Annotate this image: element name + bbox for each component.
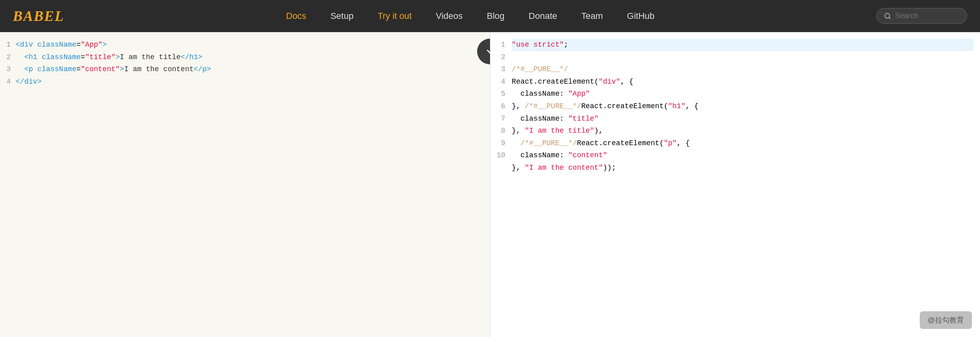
left-code-container: 1 2 3 4 <div className="App"> <h1 classN… xyxy=(0,32,490,94)
code-line-4: </div> xyxy=(16,76,484,88)
nav-item-github[interactable]: GitHub xyxy=(627,11,654,21)
line-num: 6 xyxy=(497,100,506,113)
right-code-line-6: }, /*#__PURE__*/React.createElement("h1"… xyxy=(512,100,974,113)
svg-line-1 xyxy=(889,17,890,18)
left-line-numbers: 1 2 3 4 xyxy=(0,32,16,94)
nav-item-donate[interactable]: Donate xyxy=(529,11,557,21)
code-line-2: <h1 className="title">I am the title</h1… xyxy=(16,51,484,64)
line-num: 4 xyxy=(6,76,11,88)
line-num: 1 xyxy=(6,39,11,51)
watermark: @拉勾教育 xyxy=(920,311,972,329)
nav-item-team[interactable]: Team xyxy=(581,11,603,21)
nav-link-team[interactable]: Team xyxy=(581,11,603,21)
nav-item-setup[interactable]: Setup xyxy=(330,11,354,21)
code-line-1: <div className="App"> xyxy=(16,39,484,51)
right-code-line-10: }, "I am the content")); xyxy=(512,162,974,174)
right-code-line-2 xyxy=(512,51,974,64)
right-code-line-5: className: "App" xyxy=(512,88,974,100)
right-code-line-4: React.createElement("div", { xyxy=(512,76,974,88)
line-num: 2 xyxy=(497,51,506,64)
line-num: 1 xyxy=(497,39,506,51)
line-num: 10 xyxy=(497,149,506,162)
right-line-numbers: 1 2 3 4 5 6 7 8 9 10 xyxy=(490,32,511,181)
nav-link-videos[interactable]: Videos xyxy=(436,11,463,21)
right-code-container: 1 2 3 4 5 6 7 8 9 10 "use strict"; /*#__… xyxy=(490,32,980,181)
right-panel[interactable]: 1 2 3 4 5 6 7 8 9 10 "use strict"; /*#__… xyxy=(490,32,980,337)
left-code-lines: <div className="App"> <h1 className="tit… xyxy=(16,32,490,94)
nav-item-docs[interactable]: Docs xyxy=(286,11,306,21)
right-code-lines: "use strict"; /*#__PURE__*/ React.create… xyxy=(510,32,980,181)
left-panel[interactable]: 1 2 3 4 <div className="App"> <h1 classN… xyxy=(0,32,490,337)
right-code-line-7: className: "title" xyxy=(512,113,974,125)
nav-link-tryitout[interactable]: Try it out xyxy=(377,11,412,21)
nav-item-tryitout[interactable]: Try it out xyxy=(377,11,412,21)
line-num: 3 xyxy=(497,63,506,76)
line-num: 8 xyxy=(497,125,506,137)
nav-link-donate[interactable]: Donate xyxy=(529,11,557,21)
line-num: 4 xyxy=(497,76,506,88)
search-bar[interactable] xyxy=(876,8,967,24)
nav-item-blog[interactable]: Blog xyxy=(487,11,504,21)
logo[interactable]: BABEL xyxy=(13,8,64,25)
editor-area: 1 2 3 4 <div className="App"> <h1 classN… xyxy=(0,32,980,337)
nav-link-docs[interactable]: Docs xyxy=(286,11,306,21)
line-num: 3 xyxy=(6,63,11,76)
navbar: BABEL Docs Setup Try it out Videos Blog … xyxy=(0,0,980,32)
right-code-line-9: /*#__PURE__*/React.createElement("p", { xyxy=(512,137,974,150)
search-icon xyxy=(884,12,891,20)
svg-point-0 xyxy=(885,13,890,18)
nav-link-setup[interactable]: Setup xyxy=(330,11,354,21)
right-code-line-3: /*#__PURE__*/ xyxy=(512,63,974,76)
nav-link-blog[interactable]: Blog xyxy=(487,11,504,21)
line-num: 9 xyxy=(497,137,506,150)
code-line-3: <p className="content">I am the content<… xyxy=(16,63,484,76)
line-num: 7 xyxy=(497,113,506,125)
chevron-down-icon xyxy=(484,46,490,57)
nav-link-github[interactable]: GitHub xyxy=(627,11,654,21)
right-code-line-8: }, "I am the title"), xyxy=(512,125,974,137)
nav-item-videos[interactable]: Videos xyxy=(436,11,463,21)
nav-links: Docs Setup Try it out Videos Blog Donate… xyxy=(64,11,876,21)
line-num: 5 xyxy=(497,88,506,100)
line-num: 2 xyxy=(6,51,11,64)
right-code-line-1: "use strict"; xyxy=(512,39,974,51)
right-code-line-9b: className: "content" xyxy=(512,149,974,162)
search-input[interactable] xyxy=(895,12,959,20)
